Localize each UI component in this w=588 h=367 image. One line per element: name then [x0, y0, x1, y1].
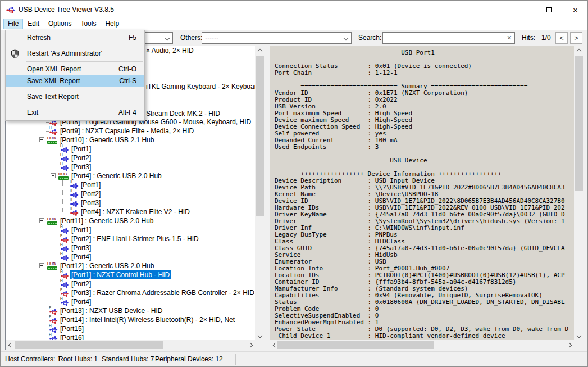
chevron-left-icon: < — [559, 34, 563, 42]
chevron-up-icon — [576, 48, 581, 53]
menu-tools[interactable]: Tools — [76, 19, 101, 29]
menu-item-shortcut: Ctrl-S — [119, 75, 136, 87]
next-hit-button[interactable]: > — [570, 32, 582, 44]
others-combo-value: ------ — [205, 34, 218, 42]
minimize-icon — [521, 10, 526, 10]
menu-item-exit[interactable]: ExitAlt-F4 — [6, 107, 144, 119]
scroll-down-button[interactable] — [574, 330, 584, 340]
menu-item-label: Save XML Report — [27, 75, 80, 87]
chevron-right-icon — [567, 342, 571, 347]
menu-edit[interactable]: Edit — [23, 19, 44, 29]
app-usb-icon — [6, 5, 15, 14]
menu-item-label: Refresh — [27, 32, 51, 44]
clear-search-icon[interactable]: × — [507, 33, 512, 43]
chevron-left-icon — [272, 342, 277, 347]
close-button[interactable]: × — [562, 1, 588, 19]
prev-hit-button[interactable]: < — [555, 32, 568, 44]
status-peripheral-devices: Peripheral Devices: 12 — [155, 352, 223, 367]
menu-file[interactable]: File — [3, 19, 23, 29]
menu-item-shortcut: F5 — [129, 32, 136, 44]
chevron-down-icon — [576, 333, 581, 337]
status-bar: Host Controllers: 1Root Hubs: 1Standard … — [1, 351, 587, 366]
chevron-left-icon — [8, 342, 12, 347]
device-detail-text[interactable]: =========================== USB Port1 ==… — [275, 49, 575, 340]
chevron-down-icon — [344, 36, 348, 40]
chevron-down-icon — [165, 36, 170, 40]
menu-item-refresh[interactable]: RefreshF5 — [6, 32, 144, 44]
search-input[interactable]: × — [382, 32, 515, 44]
detail-hscrollbar[interactable] — [270, 340, 574, 350]
hits-label: Hits: — [522, 30, 535, 46]
tree-hscrollbar[interactable] — [6, 340, 255, 350]
menu-separator — [26, 61, 143, 62]
tree-item-fragment: × Audio, 2× HID — [146, 47, 194, 55]
menu-item-shortcut: Ctrl-O — [118, 64, 136, 75]
chevron-down-icon — [257, 333, 262, 337]
menu-separator — [26, 46, 143, 46]
menu-item-label: Save Text Report — [27, 91, 79, 103]
title-bar: USB Device Tree Viewer V3.8.5 × — [1, 1, 587, 19]
scrollbar-corner — [255, 340, 265, 350]
scrollbar-thumb[interactable] — [277, 341, 434, 349]
uac-shield-icon — [11, 49, 19, 58]
maximize-icon — [546, 7, 552, 12]
menu-help[interactable]: Help — [101, 19, 124, 29]
app-window: USB Device Tree Viewer V3.8.5 × FileEdit… — [0, 0, 588, 367]
others-combo[interactable]: ------ — [202, 32, 352, 44]
minimize-button[interactable] — [510, 1, 536, 19]
menu-bar: FileEditOptionsToolsHelp — [1, 19, 587, 30]
menu-item-save-xml-report[interactable]: Save XML ReportCtrl-S — [6, 75, 144, 87]
device-detail-panel: =========================== USB Port1 ==… — [270, 46, 584, 350]
hits-value: 1/0 — [541, 30, 551, 46]
menu-item-save-text-report[interactable]: Save Text Report — [6, 91, 144, 103]
menu-item-restart-as-administrator[interactable]: Restart 'As Administrator' — [6, 48, 144, 60]
status-host-controllers: Host Controllers: 1 — [5, 352, 61, 367]
window-title: USB Device Tree Viewer V3.8.5 — [19, 1, 114, 19]
status-standard-hubs: Standard Hubs: 7 — [102, 352, 154, 367]
menu-separator — [26, 89, 143, 89]
menu-item-label: Open XML Report — [27, 64, 81, 75]
scrollbar-thumb[interactable] — [575, 56, 583, 191]
tree-vscrollbar[interactable] — [255, 46, 265, 340]
status-root-hubs: Root Hubs: 1 — [58, 352, 98, 367]
chevron-right-icon — [248, 342, 252, 347]
scroll-up-button[interactable] — [574, 46, 584, 56]
scrollbar-thumb[interactable] — [15, 341, 163, 349]
tree-item-fragment: iTKL Gaming Keyboard - 2× Keyboard, 2× — [146, 83, 255, 90]
scroll-right-button[interactable] — [245, 340, 255, 350]
menu-separator — [26, 105, 143, 105]
scrollbar-thumb[interactable] — [256, 56, 264, 216]
menu-item-label: Exit — [27, 107, 38, 119]
statusbar-divider — [235, 354, 236, 365]
chevron-right-icon: > — [574, 34, 578, 42]
uac-shield-icon — [11, 49, 20, 58]
detail-vscrollbar[interactable] — [574, 46, 584, 340]
others-label: Others: — [180, 30, 202, 46]
scroll-right-button[interactable] — [564, 340, 574, 350]
menu-item-label: Restart 'As Administrator' — [27, 48, 102, 60]
chevron-up-icon — [257, 48, 262, 53]
file-menu-dropdown: RefreshF5Restart 'As Administrator'Open … — [5, 30, 145, 121]
menu-item-open-xml-report[interactable]: Open XML ReportCtrl-O — [6, 64, 144, 75]
search-label: Search: — [358, 30, 381, 46]
scrollbar-corner — [574, 340, 584, 350]
maximize-button[interactable] — [536, 1, 562, 19]
scroll-down-button[interactable] — [255, 330, 265, 340]
scroll-left-button[interactable] — [6, 340, 15, 350]
menu-item-shortcut: Alt-F4 — [118, 107, 136, 119]
scroll-up-button[interactable] — [255, 46, 265, 56]
tree-item-fragment: Stream Deck MK.2 - HID — [146, 110, 220, 117]
menu-options[interactable]: Options — [44, 19, 76, 29]
close-icon: × — [573, 6, 578, 14]
